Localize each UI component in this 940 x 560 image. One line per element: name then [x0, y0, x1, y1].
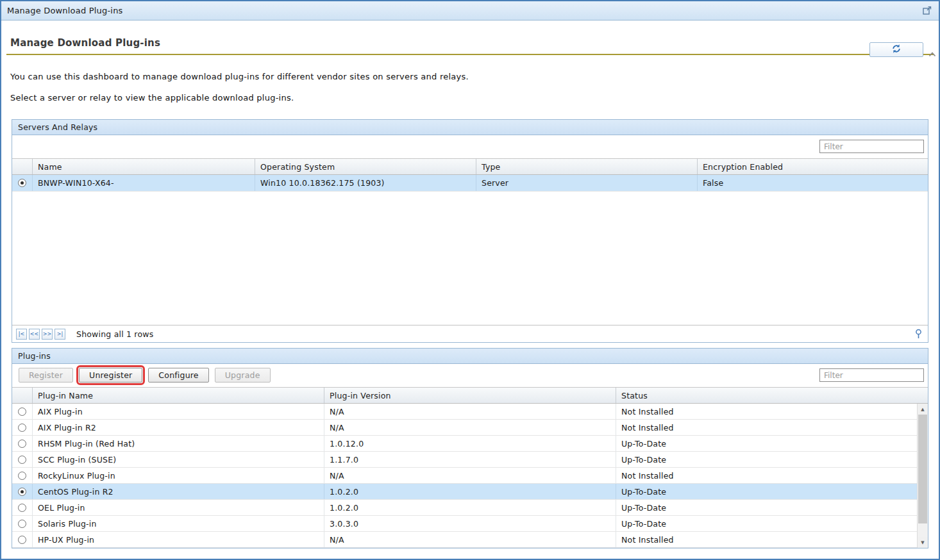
table-cell: Up-To-Date	[616, 452, 917, 467]
plugin-row[interactable]: AIX Plug-in R2N/ANot Installed	[12, 420, 917, 436]
table-cell: 1.1.7.0	[324, 452, 616, 467]
table-cell: CentOS Plug-in R2	[33, 484, 324, 499]
table-cell: 1.0.12.0	[324, 436, 616, 451]
table-cell: Up-To-Date	[616, 516, 917, 531]
row-radio-button[interactable]	[18, 179, 26, 187]
radio-cell	[12, 500, 33, 515]
pagination-status: Showing all 1 rows	[76, 329, 153, 339]
servers-panel: Servers And Relays NameOperating SystemT…	[12, 119, 928, 343]
row-radio-button[interactable]	[18, 424, 26, 432]
table-cell: AIX Plug-in R2	[33, 420, 324, 435]
refresh-icon	[891, 44, 902, 56]
plugin-row[interactable]: Solaris Plug-in3.0.3.0Up-To-Date	[12, 516, 917, 532]
magnifier-icon[interactable]	[914, 329, 923, 342]
table-cell: SCC Plug-in (SUSE)	[33, 452, 324, 467]
table-cell: OEL Plug-in	[33, 500, 324, 515]
heading-divider	[6, 54, 934, 55]
table-cell: HP-UX Plug-in	[33, 532, 324, 547]
column-header: Encryption Enabled	[698, 159, 928, 174]
row-radio-button[interactable]	[18, 440, 26, 448]
table-cell: Not Installed	[616, 532, 917, 547]
plugins-table-header: Plug-in NamePlug-in VersionStatus	[12, 387, 928, 404]
plugin-row[interactable]: AIX Plug-inN/ANot Installed	[12, 404, 917, 420]
servers-table-empty-area	[12, 192, 928, 325]
plugin-row[interactable]: HP-UX Plug-inN/ANot Installed	[12, 532, 917, 548]
row-radio-button[interactable]	[18, 488, 26, 496]
row-radio-button[interactable]	[18, 456, 26, 464]
column-header: Plug-in Name	[33, 388, 324, 403]
column-header: Name	[33, 159, 255, 174]
radio-cell	[12, 468, 33, 483]
next-page-button[interactable]: >>	[42, 329, 53, 340]
first-page-button[interactable]: |<	[16, 329, 27, 340]
radio-cell	[12, 404, 33, 419]
plugins-toolbar: RegisterUnregisterConfigureUpgrade	[12, 364, 928, 387]
last-page-button[interactable]: >|	[55, 329, 65, 340]
table-cell: RockyLinux Plug-in	[33, 468, 324, 483]
instruction-text: Select a server or relay to view the app…	[10, 93, 930, 103]
plugins-scrollbar[interactable]: ▲ ▼	[917, 404, 928, 548]
page-title: Manage Download Plug-ins	[10, 37, 939, 49]
radio-cell	[12, 452, 33, 467]
prev-page-button[interactable]: <<	[29, 329, 40, 340]
scrollbar-up-arrow-icon[interactable]: ▲	[918, 404, 928, 415]
popout-window-icon[interactable]	[922, 6, 932, 16]
select-column-header	[12, 159, 33, 174]
row-radio-button[interactable]	[18, 520, 26, 528]
table-cell: 3.0.3.0	[324, 516, 616, 531]
table-cell: Not Installed	[616, 404, 917, 419]
unregister-button[interactable]: Unregister	[79, 368, 142, 383]
table-cell: N/A	[324, 404, 616, 419]
radio-cell	[12, 516, 33, 531]
scrollbar-down-arrow-icon[interactable]: ▼	[918, 537, 928, 548]
radio-cell	[12, 484, 33, 499]
table-cell: AIX Plug-in	[33, 404, 324, 419]
table-cell: Not Installed	[616, 468, 917, 483]
servers-pagination-bar: |< << >> >| Showing all 1 rows	[12, 325, 928, 342]
server-row[interactable]: BNWP-WIN10-X64-Win10 10.0.18362.175 (190…	[12, 175, 928, 192]
servers-filter-input[interactable]	[819, 140, 924, 153]
configure-button[interactable]: Configure	[148, 368, 208, 383]
servers-table-body: BNWP-WIN10-X64-Win10 10.0.18362.175 (190…	[12, 175, 928, 192]
table-cell: N/A	[324, 468, 616, 483]
table-cell: N/A	[324, 420, 616, 435]
window-titlebar: Manage Download Plug-ins	[1, 1, 939, 21]
column-header: Plug-in Version	[324, 388, 616, 403]
column-header: Status	[616, 388, 928, 403]
plugin-row[interactable]: RockyLinux Plug-inN/ANot Installed	[12, 468, 917, 484]
plugins-table-body: AIX Plug-inN/ANot InstalledAIX Plug-in R…	[12, 404, 928, 548]
table-cell: Up-To-Date	[616, 500, 917, 515]
table-cell: Solaris Plug-in	[33, 516, 324, 531]
row-radio-button[interactable]	[18, 504, 26, 512]
column-header: Operating System	[255, 159, 476, 174]
plugin-row[interactable]: CentOS Plug-in R21.0.2.0Up-To-Date	[12, 484, 917, 500]
refresh-button[interactable]	[869, 42, 923, 57]
plugins-button-group: RegisterUnregisterConfigureUpgrade	[12, 364, 928, 383]
servers-toolbar	[12, 135, 928, 158]
plugin-row[interactable]: RHSM Plug-in (Red Hat)1.0.12.0Up-To-Date	[12, 436, 917, 452]
servers-panel-header: Servers And Relays	[12, 120, 928, 135]
row-radio-button[interactable]	[18, 472, 26, 480]
window-title: Manage Download Plug-ins	[7, 6, 123, 15]
servers-table-header: NameOperating SystemTypeEncryption Enabl…	[12, 158, 928, 175]
scrollbar-thumb[interactable]	[918, 415, 927, 523]
radio-cell	[12, 420, 33, 435]
table-cell: 1.0.2.0	[324, 484, 616, 499]
row-radio-button[interactable]	[18, 408, 26, 416]
intro-text: You can use this dashboard to manage dow…	[10, 72, 930, 81]
table-cell: N/A	[324, 532, 616, 547]
table-cell: Up-To-Date	[616, 484, 917, 499]
plugin-row[interactable]: SCC Plug-in (SUSE)1.1.7.0Up-To-Date	[12, 452, 917, 468]
table-cell: Up-To-Date	[616, 436, 917, 451]
table-cell: Server	[476, 175, 698, 191]
radio-cell	[12, 175, 33, 191]
page-scroll-up-icon[interactable]	[928, 50, 937, 58]
plugins-panel: Plug-ins RegisterUnregisterConfigureUpgr…	[12, 348, 928, 548]
upgrade-button: Upgrade	[215, 368, 271, 383]
plugins-filter-input[interactable]	[819, 368, 924, 382]
table-cell: BNWP-WIN10-X64-	[33, 175, 255, 191]
dashboard-content: Manage Download Plug-ins You can use thi…	[1, 37, 939, 560]
row-radio-button[interactable]	[18, 536, 26, 544]
plugins-rows: AIX Plug-inN/ANot InstalledAIX Plug-in R…	[12, 404, 928, 548]
plugin-row[interactable]: OEL Plug-in1.0.2.0Up-To-Date	[12, 500, 917, 516]
